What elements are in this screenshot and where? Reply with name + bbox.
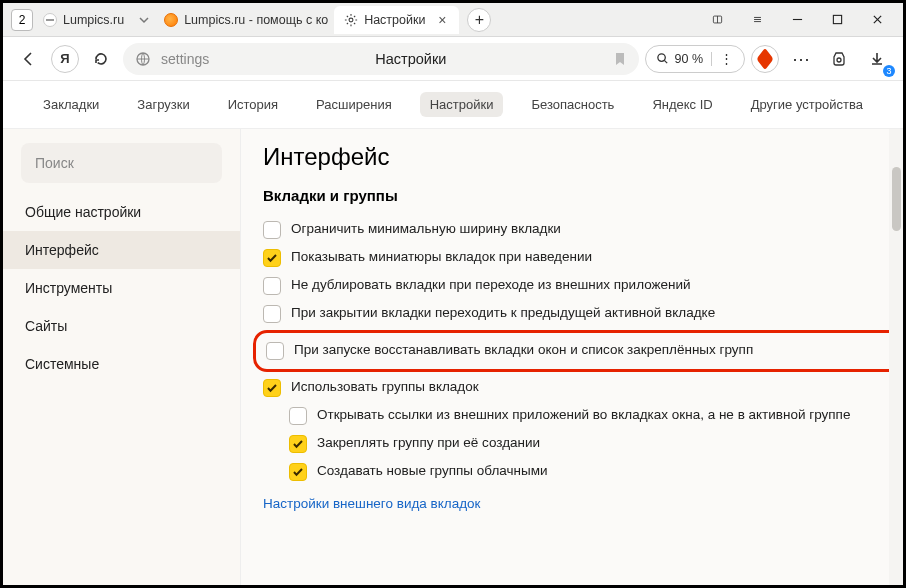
content-heading: Интерфейс (263, 143, 895, 171)
search-placeholder: Поиск (35, 155, 74, 171)
shield-icon (756, 47, 773, 70)
bookmark-icon[interactable] (613, 52, 627, 66)
option-row: При запуске восстанавливать вкладки окон… (266, 337, 890, 365)
checkbox[interactable] (263, 221, 281, 239)
section-heading: Вкладки и группы (263, 187, 895, 204)
tab-lumpics[interactable]: Lumpics.ru (33, 6, 134, 34)
window-maximize-button[interactable] (817, 5, 857, 35)
tab-dropdown[interactable] (134, 15, 154, 25)
checkbox[interactable] (289, 435, 307, 453)
favicon-orange-icon (164, 13, 178, 27)
more-button[interactable]: ⋯ (785, 43, 817, 75)
option-label: При запуске восстанавливать вкладки окон… (294, 342, 753, 357)
option-row: Не дублировать вкладки при переходе из в… (263, 272, 895, 300)
settings-content: Интерфейс Вкладки и группы Ограничить ми… (241, 129, 903, 585)
zoom-value: 90 % (675, 52, 704, 66)
checkbox[interactable] (263, 305, 281, 323)
sidebar-item[interactable]: Системные (3, 345, 240, 383)
tab-label: Lumpics.ru - помощь с ко (184, 13, 328, 27)
sidebar-item[interactable]: Инструменты (3, 269, 240, 307)
option-row: Ограничить минимальную ширину вкладки (263, 216, 895, 244)
extensions-button[interactable] (823, 43, 855, 75)
downloads-badge: 3 (883, 65, 895, 77)
page-title: Настройки (219, 51, 602, 67)
option-row: Закреплять группу при её создании (263, 430, 895, 458)
protect-button[interactable] (751, 45, 779, 73)
option-label: Использовать группы вкладок (291, 379, 479, 394)
topnav-item[interactable]: Настройки (420, 92, 504, 117)
address-field[interactable]: settings Настройки (123, 43, 639, 75)
option-label: Создавать новые группы облачными (317, 463, 548, 478)
option-label: Открывать ссылки из внешних приложений в… (317, 407, 850, 422)
site-info-icon[interactable] (135, 51, 151, 67)
tab-bar: 2 Lumpics.ru Lumpics.ru - помощь с ко На… (3, 3, 903, 37)
sidebar-item[interactable]: Сайты (3, 307, 240, 345)
back-button[interactable] (13, 43, 45, 75)
settings-top-nav: ЗакладкиЗагрузкиИсторияРасширенияНастрой… (3, 81, 903, 129)
topnav-item[interactable]: Яндекс ID (642, 92, 722, 117)
checkbox[interactable] (263, 249, 281, 267)
scrollbar[interactable] (889, 129, 903, 585)
topnav-item[interactable]: Закладки (33, 92, 109, 117)
gear-icon (344, 13, 358, 27)
magnifier-icon (656, 52, 669, 65)
settings-sidebar: Поиск Общие настройкиИнтерфейсИнструмент… (3, 129, 241, 585)
tab-lumpics-help[interactable]: Lumpics.ru - помощь с ко (154, 6, 334, 34)
new-tab-button[interactable]: + (467, 8, 491, 32)
checkbox[interactable] (263, 277, 281, 295)
window-close-button[interactable] (857, 5, 897, 35)
main-area: Поиск Общие настройкиИнтерфейсИнструмент… (3, 129, 903, 585)
sidebar-items: Общие настройкиИнтерфейсИнструментыСайты… (3, 193, 240, 383)
option-row: При закрытии вкладки переходить к предыд… (263, 300, 895, 328)
topnav-item[interactable]: История (218, 92, 288, 117)
svg-rect-2 (833, 15, 841, 23)
option-row: Показывать миниатюры вкладок при наведен… (263, 244, 895, 272)
option-label: Закреплять группу при её создании (317, 435, 540, 450)
option-label: Ограничить минимальную ширину вкладки (291, 221, 561, 236)
reload-button[interactable] (85, 43, 117, 75)
zoom-menu-icon[interactable]: ⋮ (720, 51, 734, 66)
tab-label: Настройки (364, 13, 425, 27)
url-text: settings (161, 51, 209, 67)
checkbox[interactable] (263, 379, 281, 397)
downloads-button[interactable]: 3 (861, 43, 893, 75)
topnav-item[interactable]: Безопасность (521, 92, 624, 117)
svg-point-5 (837, 58, 841, 62)
option-row: Открывать ссылки из внешних приложений в… (263, 402, 895, 430)
yandex-home-button[interactable]: Я (51, 45, 79, 73)
close-icon[interactable]: × (435, 13, 449, 27)
option-label: Не дублировать вкладки при переходе из в… (291, 277, 691, 292)
checkbox[interactable] (266, 342, 284, 360)
svg-point-0 (349, 18, 353, 22)
svg-point-4 (657, 54, 664, 61)
tab-settings[interactable]: Настройки × (334, 6, 459, 34)
topnav-item[interactable]: Расширения (306, 92, 402, 117)
topnav-item[interactable]: Загрузки (127, 92, 199, 117)
sidebar-item[interactable]: Интерфейс (3, 231, 240, 269)
tabs-appearance-link[interactable]: Настройки внешнего вида вкладок (263, 496, 481, 511)
option-label: При закрытии вкладки переходить к предыд… (291, 305, 715, 320)
address-bar: Я settings Настройки 90 % ⋮ ⋯ 3 (3, 37, 903, 81)
zoom-control[interactable]: 90 % ⋮ (645, 45, 746, 73)
tab-label: Lumpics.ru (63, 13, 124, 27)
option-row: Создавать новые группы облачными (263, 458, 895, 486)
favicon-generic-icon (43, 13, 57, 27)
option-label: Показывать миниатюры вкладок при наведен… (291, 249, 592, 264)
window-menu-button[interactable] (737, 5, 777, 35)
collections-icon[interactable] (697, 5, 737, 35)
scrollbar-thumb[interactable] (892, 167, 901, 231)
checkbox[interactable] (289, 407, 307, 425)
sidebar-item[interactable]: Общие настройки (3, 193, 240, 231)
option-row: Использовать группы вкладок (263, 374, 895, 402)
tab-counter[interactable]: 2 (11, 9, 33, 31)
topnav-item[interactable]: Другие устройства (741, 92, 873, 117)
checkbox[interactable] (289, 463, 307, 481)
sidebar-search[interactable]: Поиск (21, 143, 222, 183)
window-minimize-button[interactable] (777, 5, 817, 35)
